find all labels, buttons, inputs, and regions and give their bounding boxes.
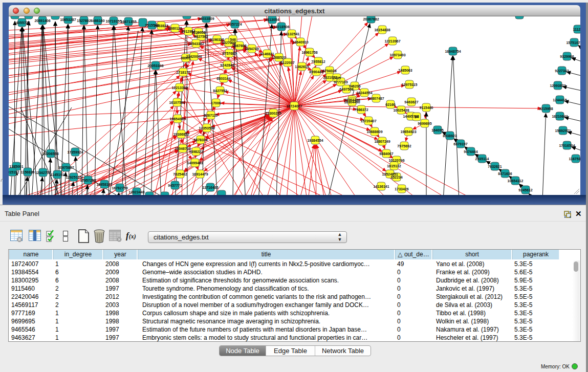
svg-text:8990443: 8990443: [309, 70, 323, 74]
svg-text:9146821: 9146821: [260, 52, 274, 56]
svg-text:6497508: 6497508: [339, 87, 353, 91]
svg-text:10688609: 10688609: [366, 130, 382, 134]
svg-text:19218506: 19218506: [273, 25, 289, 29]
svg-text:9245612: 9245612: [518, 188, 532, 192]
svg-text:10025438: 10025438: [393, 108, 409, 112]
svg-text:2935114: 2935114: [475, 157, 489, 161]
svg-text:19384554: 19384554: [307, 139, 323, 142]
svg-text:9115460: 9115460: [420, 106, 433, 110]
svg-text:18807249: 18807249: [374, 140, 390, 143]
svg-text:1615132: 1615132: [387, 164, 401, 168]
svg-text:17016504: 17016504: [559, 144, 575, 147]
svg-text:14136141: 14136141: [373, 185, 389, 188]
svg-text:15720407: 15720407: [360, 119, 376, 123]
svg-text:16154838: 16154838: [374, 28, 390, 32]
svg-text:30975867: 30975867: [58, 166, 74, 169]
svg-text:10807487: 10807487: [368, 97, 384, 100]
svg-text:1588520: 1588520: [272, 56, 286, 59]
svg-text:15751074: 15751074: [566, 41, 580, 45]
svg-text:14099483: 14099483: [187, 161, 203, 165]
svg-text:16033809: 16033809: [198, 17, 214, 20]
svg-text:16914479: 16914479: [192, 172, 208, 176]
svg-text:12093872: 12093872: [550, 84, 565, 87]
svg-text:8454749: 8454749: [245, 47, 258, 51]
svg-text:18724007: 18724007: [286, 104, 302, 108]
svg-text:19654923: 19654923: [400, 130, 416, 134]
svg-text:1156829: 1156829: [21, 170, 35, 174]
svg-text:3215958: 3215958: [539, 107, 553, 111]
svg-text:8757685: 8757685: [222, 52, 236, 55]
svg-text:17957255: 17957255: [80, 179, 96, 182]
svg-text:9329966: 9329966: [560, 55, 574, 58]
svg-text:12213967: 12213967: [384, 39, 400, 43]
svg-text:20387682: 20387682: [363, 17, 379, 21]
svg-text:10973493: 10973493: [389, 53, 405, 57]
svg-text:8122037: 8122037: [280, 61, 294, 64]
svg-text:7632621: 7632621: [488, 165, 502, 168]
svg-text:18046708: 18046708: [175, 147, 190, 150]
svg-text:10654112: 10654112: [508, 179, 524, 183]
svg-text:10653287: 10653287: [60, 18, 76, 21]
svg-text:98901: 98901: [181, 56, 191, 60]
svg-text:12975115: 12975115: [402, 83, 418, 86]
svg-text:16210643: 16210643: [552, 115, 568, 118]
svg-text:17006: 17006: [211, 101, 221, 105]
svg-text:7357224: 7357224: [228, 23, 242, 26]
svg-text:62160: 62160: [385, 103, 396, 106]
svg-text:10719155: 10719155: [105, 19, 121, 23]
svg-text:1915192: 1915192: [9, 170, 19, 174]
svg-text:9463627: 9463627: [404, 100, 418, 104]
svg-text:1385001: 1385001: [9, 165, 23, 168]
svg-text:16671355: 16671355: [120, 20, 136, 24]
svg-text:9457771: 9457771: [168, 184, 182, 187]
svg-text:7485063: 7485063: [398, 69, 412, 72]
svg-text:9474444: 9474444: [464, 150, 477, 154]
svg-text:5878334: 5878334: [193, 138, 207, 142]
svg-text:10120746: 10120746: [388, 159, 404, 162]
svg-text:23300275: 23300275: [265, 112, 281, 115]
svg-text:12925135: 12925135: [66, 176, 81, 179]
svg-text:19166852: 19166852: [173, 133, 189, 136]
svg-text:8813054: 8813054: [265, 18, 279, 21]
svg-text:1244415: 1244415: [553, 98, 567, 102]
svg-text:15692971: 15692971: [555, 129, 571, 133]
svg-text:12342757: 12342757: [35, 171, 51, 174]
svg-text:152234: 152234: [390, 176, 402, 179]
svg-text:17359924: 17359924: [67, 150, 83, 154]
svg-text:11132541: 11132541: [284, 32, 299, 36]
svg-text:1362615: 1362615: [295, 65, 309, 69]
svg-text:7955812: 7955812: [311, 60, 325, 63]
svg-text:16961758: 16961758: [301, 51, 317, 54]
svg-text:1733426: 1733426: [395, 187, 408, 191]
svg-text:7986372: 7986372: [354, 108, 368, 112]
svg-text:8938923: 8938923: [443, 134, 456, 138]
svg-text:9884067: 9884067: [379, 152, 393, 156]
svg-text:13716485: 13716485: [202, 186, 218, 189]
svg-text:16958107: 16958107: [96, 183, 112, 186]
svg-text:10543382: 10543382: [188, 42, 204, 46]
svg-text:9699695: 9699695: [418, 122, 431, 125]
svg-text:2435: 2435: [333, 76, 341, 80]
svg-text:12923448: 12923448: [128, 190, 144, 194]
svg-text:19654985: 19654985: [169, 117, 185, 121]
svg-text:84: 84: [415, 115, 419, 119]
svg-text:16782759: 16782759: [112, 186, 127, 190]
svg-text:16304490: 16304490: [344, 100, 360, 104]
svg-text:8471636: 8471636: [498, 172, 512, 176]
svg-text:1145191: 1145191: [51, 173, 64, 177]
svg-text:6794028: 6794028: [322, 69, 336, 73]
svg-text:5226058: 5226058: [191, 31, 205, 34]
svg-text:20891406: 20891406: [34, 19, 50, 23]
svg-text:8427552: 8427552: [213, 89, 227, 93]
svg-text:9227343: 9227343: [555, 69, 569, 73]
svg-text:9327502: 9327502: [194, 35, 208, 38]
svg-text:16244554: 16244554: [356, 91, 372, 95]
svg-text:8267110: 8267110: [204, 114, 218, 117]
svg-text:20206558: 20206558: [42, 152, 58, 156]
svg-text:1527602: 1527602: [77, 19, 91, 23]
svg-text:7975692: 7975692: [397, 144, 411, 148]
svg-text:9242848: 9242848: [220, 63, 234, 67]
svg-text:16648754: 16648754: [445, 50, 461, 53]
svg-text:2718170: 2718170: [176, 71, 190, 74]
svg-text:13640910: 13640910: [292, 40, 308, 44]
